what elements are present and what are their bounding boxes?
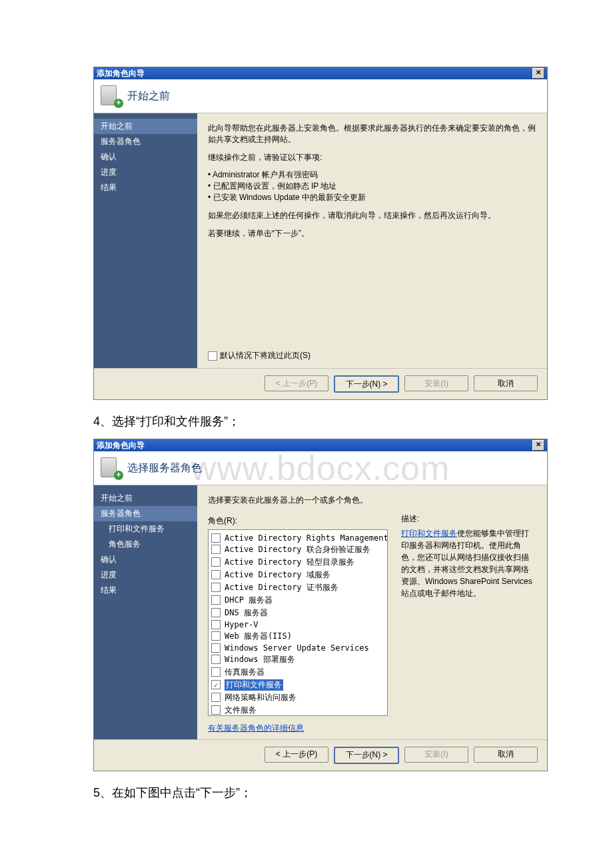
close-icon[interactable]: ✕ — [532, 68, 544, 79]
wizard-header-title: 选择服务器角色 — [127, 461, 202, 475]
checkbox-icon[interactable] — [208, 351, 217, 361]
prev-button[interactable]: < 上一步(P) — [265, 747, 328, 763]
role-row[interactable]: Active Directory 联合身份验证服务 — [211, 543, 384, 556]
checkbox-icon[interactable] — [211, 608, 221, 617]
window-title: 添加角色向导 — [97, 440, 145, 451]
close-icon[interactable]: ✕ — [532, 440, 544, 451]
sidebar-item[interactable]: 结果 — [94, 583, 197, 598]
role-row[interactable]: 传真服务器 — [211, 666, 384, 679]
checkbox-icon[interactable] — [211, 620, 221, 629]
checkbox-icon[interactable] — [211, 595, 221, 605]
checkbox-icon[interactable] — [211, 693, 221, 702]
install-button: 安装(I) — [404, 747, 468, 763]
sidebar-item[interactable]: 角色服务 — [94, 537, 197, 552]
role-row[interactable]: Web 服务器(IIS) — [211, 630, 384, 643]
sidebar-item[interactable]: 开始之前 — [94, 491, 197, 506]
checkbox-icon[interactable] — [211, 557, 221, 567]
role-row[interactable]: ✓打印和文件服务 — [211, 679, 384, 691]
wizard-header: + 选择服务器角色 www.bdocx.com — [94, 451, 547, 485]
role-label: DNS 服务器 — [225, 607, 268, 619]
cancel-button[interactable]: 取消 — [474, 375, 538, 391]
description-label: 描述: — [401, 513, 536, 525]
prereq-bullet: 已配置网络设置，例如静态 IP 地址 — [208, 181, 536, 192]
sidebar-item[interactable]: 进度 — [94, 165, 197, 180]
wizard-content: 选择要安装在此服务器上的一个或多个角色。 角色(R): Active Direc… — [197, 485, 547, 739]
prereq-bullet: 已安装 Windows Update 中的最新安全更新 — [208, 192, 536, 203]
checkbox-icon[interactable] — [211, 667, 221, 677]
server-plus-icon: + — [101, 457, 122, 479]
sidebar-item[interactable]: 服务器角色 — [94, 134, 197, 149]
server-plus-icon: + — [101, 85, 122, 107]
wizard-dialog-select-roles: 添加角色向导 ✕ + 选择服务器角色 www.bdocx.com 开始之前服务器… — [93, 439, 548, 771]
install-button: 安装(I) — [404, 375, 468, 391]
titlebar[interactable]: 添加角色向导 ✕ — [94, 439, 547, 451]
more-info-link[interactable]: 有关服务器角色的详细信息 — [208, 723, 304, 734]
checkbox-icon[interactable] — [211, 705, 221, 715]
skip-page-label: 默认情况下将跳过此页(S) — [220, 350, 310, 361]
wizard-button-bar: < 上一步(P) 下一步(N) > 安装(I) 取消 — [94, 368, 547, 399]
roles-listbox[interactable]: Active Directory Rights Management Servi… — [208, 529, 388, 716]
prev-button: < 上一步(P) — [265, 375, 328, 391]
sidebar-item[interactable]: 开始之前 — [94, 119, 197, 134]
skip-page-checkbox-row[interactable]: 默认情况下将跳过此页(S) — [208, 350, 310, 361]
cancel-note: 如果您必须结束上述的任何操作，请取消此向导，结束操作，然后再次运行向导。 — [208, 210, 536, 221]
wizard-sidebar: 开始之前服务器角色打印和文件服务角色服务确认进度结果 — [94, 485, 197, 739]
roles-prompt: 选择要安装在此服务器上的一个或多个角色。 — [208, 495, 536, 506]
roles-label: 角色(R): — [208, 515, 388, 527]
role-label: DHCP 服务器 — [225, 595, 273, 606]
checkbox-icon[interactable] — [211, 655, 221, 664]
cancel-button[interactable]: 取消 — [474, 747, 538, 763]
role-row[interactable]: Active Directory 域服务 — [211, 569, 384, 581]
doc-step-5: 5、在如下图中点击“下一步”； — [93, 785, 520, 801]
wizard-header-title: 开始之前 — [127, 89, 170, 103]
checkbox-icon[interactable] — [211, 631, 221, 641]
watermark-text: www.bdocx.com — [191, 448, 450, 488]
role-label: Windows Server Update Services — [225, 643, 369, 653]
wizard-header: + 开始之前 — [94, 79, 547, 113]
role-row[interactable]: DHCP 服务器 — [211, 594, 384, 607]
role-row[interactable]: Active Directory 证书服务 — [211, 581, 384, 594]
role-row[interactable]: 文件服务 — [211, 704, 384, 716]
role-row[interactable]: Active Directory 轻型目录服务 — [211, 556, 384, 569]
wizard-sidebar: 开始之前服务器角色确认进度结果 — [94, 113, 197, 368]
titlebar[interactable]: 添加角色向导 ✕ — [94, 67, 547, 79]
role-row[interactable]: Windows 部署服务 — [211, 653, 384, 666]
wizard-dialog-before-you-begin: 添加角色向导 ✕ + 开始之前 开始之前服务器角色确认进度结果 此向导帮助您在此… — [93, 67, 548, 400]
checkbox-icon[interactable] — [211, 570, 221, 579]
checkbox-icon[interactable] — [211, 533, 221, 543]
sidebar-item[interactable]: 进度 — [94, 567, 197, 583]
role-label: Active Directory 证书服务 — [225, 582, 338, 593]
next-button[interactable]: 下一步(N) > — [334, 375, 399, 393]
role-label: Windows 部署服务 — [225, 654, 295, 665]
description-link[interactable]: 打印和文件服务 — [401, 529, 457, 538]
continue-note: 若要继续，请单击“下一步”。 — [208, 228, 536, 239]
role-label: Active Directory Rights Management Servi… — [225, 533, 388, 543]
wizard-content: 此向导帮助您在此服务器上安装角色。根据要求此服务器执行的任务来确定要安装的角色，… — [197, 113, 547, 368]
sidebar-item[interactable]: 打印和文件服务 — [94, 521, 197, 537]
checkbox-icon[interactable]: ✓ — [211, 680, 221, 689]
role-label: 打印和文件服务 — [225, 679, 283, 691]
role-label: Active Directory 轻型目录服务 — [225, 557, 354, 568]
role-row[interactable]: DNS 服务器 — [211, 607, 384, 619]
role-row[interactable]: 网络策略和访问服务 — [211, 691, 384, 704]
role-label: 传真服务器 — [225, 667, 265, 678]
role-row[interactable]: Windows Server Update Services — [211, 643, 384, 653]
checkbox-icon[interactable] — [211, 545, 221, 554]
sidebar-item[interactable]: 服务器角色 — [94, 506, 197, 521]
role-description: 描述: 打印和文件服务使您能够集中管理打印服务器和网络打印机。使用此角色，您还可… — [401, 513, 536, 734]
sidebar-item[interactable]: 确认 — [94, 552, 197, 567]
role-row[interactable]: Hyper-V — [211, 619, 384, 630]
sidebar-item[interactable]: 确认 — [94, 149, 197, 165]
role-label: 文件服务 — [225, 705, 257, 716]
checkbox-icon[interactable] — [211, 643, 221, 653]
role-label: Active Directory 域服务 — [225, 569, 330, 581]
intro-text: 此向导帮助您在此服务器上安装角色。根据要求此服务器执行的任务来确定要安装的角色，… — [208, 123, 536, 145]
role-label: Hyper-V — [225, 620, 259, 629]
sidebar-item[interactable]: 结果 — [94, 180, 197, 195]
role-row[interactable]: Active Directory Rights Management Servi… — [211, 533, 384, 543]
prereq-bullet: Administrator 帐户具有强密码 — [208, 169, 536, 181]
checkbox-icon[interactable] — [211, 583, 221, 592]
role-label: 网络策略和访问服务 — [225, 692, 297, 703]
next-button[interactable]: 下一步(N) > — [334, 747, 399, 764]
role-label: Active Directory 联合身份验证服务 — [225, 544, 370, 555]
